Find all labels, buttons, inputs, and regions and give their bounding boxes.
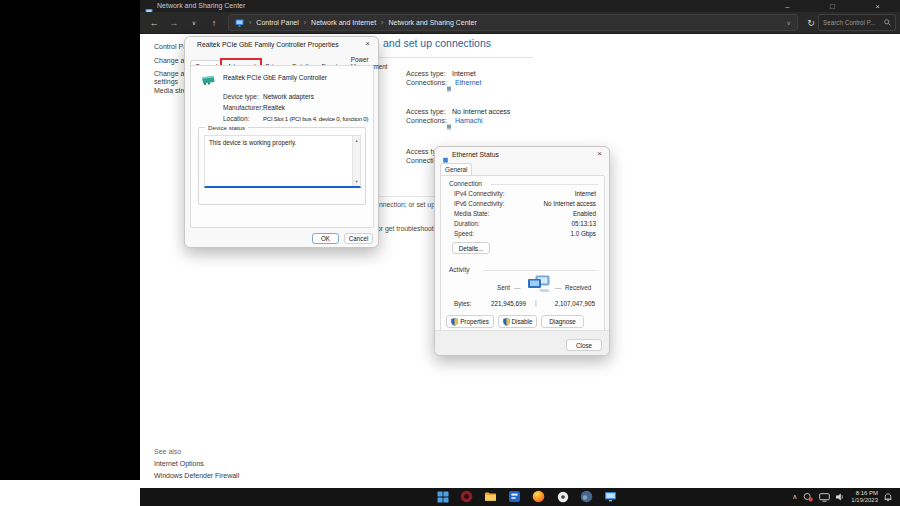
back-icon[interactable]: ← xyxy=(144,18,164,28)
row-label: Speed: xyxy=(454,230,474,238)
scroll-up-icon[interactable]: ▲ xyxy=(353,138,360,143)
diagnose-button-label: Diagnose xyxy=(549,318,576,325)
start-icon[interactable] xyxy=(436,490,449,503)
address-dropdown-icon[interactable]: ∨ xyxy=(787,19,791,26)
access-type-label: Access type: xyxy=(406,108,446,116)
clock-time: 8:16 PM xyxy=(856,490,878,497)
sidebar-item-control-panel-home[interactable]: Control Pa xyxy=(154,43,187,51)
scrollbar[interactable]: ▲ ▼ xyxy=(352,136,360,186)
uac-shield-icon xyxy=(503,318,510,326)
row-label: Duration: xyxy=(454,220,480,228)
display-tray-icon[interactable] xyxy=(819,493,830,502)
cancel-button[interactable]: Cancel xyxy=(344,233,373,244)
taskbar-clock[interactable]: 8:16 PM 1/19/2023 xyxy=(851,490,878,504)
taskbar-app-steel-icon[interactable] xyxy=(580,490,593,503)
firefox-icon[interactable] xyxy=(532,490,545,503)
connections-label: Connections: xyxy=(406,117,447,125)
disable-button[interactable]: Disable xyxy=(498,315,537,328)
connections-label: Connections: xyxy=(406,79,447,87)
row-value: 1.0 Gbps xyxy=(570,230,596,238)
window-titlebar: Network and Sharing Center – □ × xyxy=(140,0,900,12)
field-label: Device type: xyxy=(223,93,259,101)
row-label: IPv4 Connectivity: xyxy=(454,190,504,198)
breadcrumb-network-sharing-center[interactable]: Network and Sharing Center xyxy=(388,19,476,26)
ethernet-status-dialog: Ethernet Status × General Connection IPv… xyxy=(434,146,610,356)
recent-pages-icon[interactable]: ∨ xyxy=(184,19,204,26)
row-label: IPv6 Connectivity: xyxy=(454,200,504,208)
screen: Network and Sharing Center – □ × ← → ∨ ↑… xyxy=(0,0,900,506)
search-icon[interactable] xyxy=(884,19,891,26)
device-name: Realtek PCIe GbE Family Controller xyxy=(223,74,327,82)
sidebar-item-media-streaming[interactable]: Media stre xyxy=(154,87,187,95)
breadcrumb-sep: › xyxy=(381,19,383,26)
row-value: Enabled xyxy=(573,210,596,218)
search-placeholder: Search Control P... xyxy=(823,19,881,27)
control-panel-icon xyxy=(235,19,244,27)
taskbar-app-red-icon[interactable] xyxy=(460,490,473,503)
close-icon[interactable]: × xyxy=(597,149,602,159)
internet-options-link[interactable]: Internet Options xyxy=(154,460,204,468)
row-value: No Internet access xyxy=(544,200,597,208)
see-also-heading: See also xyxy=(154,448,181,456)
access-type-value: Internet xyxy=(452,70,476,78)
maximize-button[interactable]: □ xyxy=(810,2,855,11)
taskbar: ∧ 8:16 PM 1/19/2023 xyxy=(140,488,900,506)
details-button[interactable]: Details... xyxy=(452,242,490,254)
bytes-separator: | xyxy=(535,299,537,307)
field-value: PCI Slot 1 (PCI bus 4, device 0, functio… xyxy=(263,116,368,123)
row-value: 05:13:13 xyxy=(571,220,596,228)
hamachi-link[interactable]: Hamachi xyxy=(455,117,483,125)
ethernet-link[interactable]: Ethernet xyxy=(455,79,481,87)
connection-group-label: Connection xyxy=(449,180,482,188)
breadcrumb-control-panel[interactable]: Control Panel xyxy=(256,19,298,26)
bytes-sent-value: 221,945,699 xyxy=(481,300,526,308)
taskbar-app-blue-icon[interactable] xyxy=(508,490,521,503)
device-status-group: Device status This device is working pro… xyxy=(198,127,366,205)
status-panel: Connection IPv4 Connectivity: Internet I… xyxy=(440,175,605,333)
ethernet-icon xyxy=(446,79,452,97)
sidebar-item-change-advanced-sharing-line2[interactable]: settings xyxy=(154,78,178,86)
navigation-toolbar: ← → ∨ ↑ › Control Panel › Network and In… xyxy=(140,12,900,34)
breadcrumb-network-and-internet[interactable]: Network and Internet xyxy=(311,19,376,26)
breadcrumb-sep: › xyxy=(304,19,306,26)
device-status-textbox: This device is working properly. ▲ ▼ xyxy=(204,135,361,188)
close-button[interactable]: × xyxy=(855,2,900,11)
volume-icon[interactable] xyxy=(836,493,845,501)
taskbar-app-white-icon[interactable] xyxy=(556,490,569,503)
up-icon[interactable]: ↑ xyxy=(204,18,224,28)
file-explorer-icon[interactable] xyxy=(484,490,497,503)
minimize-button[interactable]: – xyxy=(765,2,810,11)
sent-label: Sent xyxy=(497,284,510,292)
device-status-text: This device is working properly. xyxy=(209,139,296,147)
properties-button[interactable]: Properties xyxy=(446,315,494,328)
field-label: Manufacturer: xyxy=(223,104,263,112)
dialog-title: Realtek PCIe GbE Family Controller Prope… xyxy=(197,41,339,49)
diagnose-button[interactable]: Diagnose xyxy=(541,315,584,328)
uac-shield-icon xyxy=(451,318,458,326)
refresh-icon[interactable]: ↻ xyxy=(804,18,818,28)
notification-bell-icon[interactable] xyxy=(884,493,892,502)
network-adapter-icon xyxy=(200,72,216,90)
windows-defender-firewall-link[interactable]: Windows Defender Firewall xyxy=(154,472,239,480)
dialog-footer: Close xyxy=(435,330,609,355)
general-tab-panel: Realtek PCIe GbE Family Controller Devic… xyxy=(190,65,374,228)
clock-date: 1/19/2023 xyxy=(851,497,878,504)
received-label: Received xyxy=(565,284,591,292)
field-value: Realtek xyxy=(263,104,285,112)
row-label: Media State: xyxy=(454,210,489,218)
tray-chevron-icon[interactable]: ∧ xyxy=(792,493,797,501)
ok-button[interactable]: OK xyxy=(312,233,339,244)
close-dialog-button[interactable]: Close xyxy=(566,339,602,351)
search-input[interactable]: Search Control P... xyxy=(818,14,896,31)
window-title: Network and Sharing Center xyxy=(157,2,245,10)
taskbar-display-app-icon[interactable] xyxy=(604,490,617,503)
sync-alert-icon[interactable] xyxy=(803,492,813,502)
group-rule xyxy=(483,270,598,271)
forward-icon[interactable]: → xyxy=(164,18,184,28)
properties-button-label: Properties xyxy=(460,318,489,325)
adapter-properties-dialog: Realtek PCIe GbE Family Controller Prope… xyxy=(184,36,379,248)
scroll-down-icon[interactable]: ▼ xyxy=(353,179,360,184)
close-icon[interactable]: × xyxy=(365,39,370,49)
group-rule xyxy=(491,184,598,185)
dash: — xyxy=(514,284,520,292)
